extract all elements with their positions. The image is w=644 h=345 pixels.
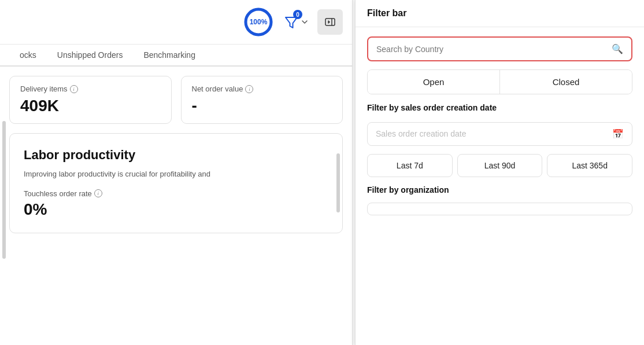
date-filter-section: Filter by sales order creation date [367, 102, 632, 114]
chevron-down-icon [301, 19, 308, 25]
status-closed-button[interactable]: Closed [499, 70, 632, 94]
labor-card: Labor productivity Improving labor produ… [9, 133, 343, 233]
status-buttons: Open Closed [367, 69, 632, 94]
labor-title: Labor productivity [24, 148, 328, 163]
tab-ocks[interactable]: ocks [9, 45, 47, 67]
filter-panel-header: Filter bar [356, 0, 644, 27]
labor-card-scrollbar [336, 153, 340, 212]
filter-panel: Filter bar 🔍 Open Closed Filter by sales… [355, 0, 644, 345]
info-icon-net-order[interactable]: i [245, 85, 253, 93]
metrics-row: Delivery items i 409K Net order value i … [0, 67, 352, 133]
labor-desc: Improving labor productivity is crucial … [24, 168, 328, 180]
sidebar-toggle-button[interactable] [317, 9, 343, 35]
date-placeholder: Sales order creation date [376, 129, 608, 138]
metric-label-net-order: Net order value i [192, 85, 332, 93]
touchless-percent: 0% [24, 200, 328, 219]
filter-panel-body: 🔍 Open Closed Filter by sales order crea… [356, 27, 644, 225]
metric-card-net-order: Net order value i - [181, 76, 343, 124]
org-section-title: Filter by organization [367, 185, 632, 194]
quick-date-90d[interactable]: Last 90d [457, 154, 543, 177]
quick-date-buttons: Last 7d Last 90d Last 365d [367, 154, 632, 177]
calendar-icon: 📅 [612, 129, 624, 140]
info-icon-delivery[interactable]: i [70, 85, 78, 93]
tab-unshipped-orders[interactable]: Unshipped Orders [47, 45, 134, 67]
tab-benchmarking[interactable]: Benchmarking [133, 45, 206, 67]
search-box: 🔍 [367, 36, 632, 61]
info-icon-touchless[interactable]: i [94, 189, 102, 197]
quick-date-7d[interactable]: Last 7d [367, 154, 453, 177]
metric-label-delivery: Delivery items i [20, 85, 161, 93]
filter-button[interactable]: 0 [282, 12, 310, 32]
date-input-box[interactable]: Sales order creation date 📅 [367, 122, 632, 146]
metric-value-delivery: 409K [20, 97, 161, 115]
left-scrollbar [2, 121, 6, 259]
filter-badge: 0 [293, 10, 302, 19]
org-input-box[interactable] [367, 203, 632, 215]
status-open-button[interactable]: Open [368, 70, 499, 94]
metric-value-net-order: - [192, 97, 332, 115]
search-icon: 🔍 [612, 43, 623, 54]
search-input[interactable] [376, 45, 607, 54]
sidebar-toggle-icon [324, 16, 336, 28]
content-area: Labor productivity Improving labor produ… [0, 133, 352, 233]
main-content: 100% 0 ocks Unshipped Orders Benchmar [0, 0, 353, 345]
metric-card-delivery: Delivery items i 409K [9, 76, 172, 124]
progress-label: 100% [250, 18, 268, 26]
date-section-title: Filter by sales order creation date [367, 102, 632, 114]
touchless-label: Touchless order rate i [24, 189, 328, 198]
progress-circle: 100% [242, 6, 275, 38]
top-bar: 100% 0 [0, 0, 352, 45]
nav-tabs: ocks Unshipped Orders Benchmarking [0, 45, 352, 67]
quick-date-365d[interactable]: Last 365d [547, 154, 632, 177]
svg-rect-2 [325, 19, 335, 25]
